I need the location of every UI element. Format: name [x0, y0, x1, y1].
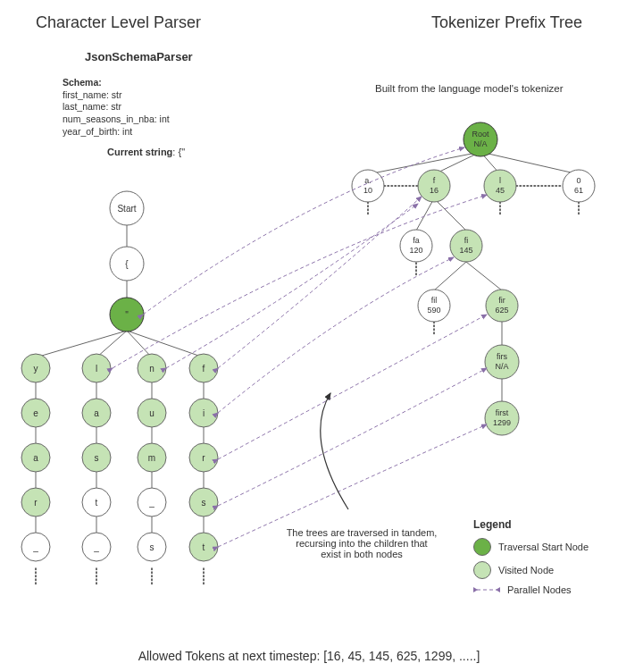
svg-text:l: l: [96, 364, 97, 374]
svg-line-76: [466, 262, 502, 290]
svg-text:45: 45: [496, 186, 505, 195]
svg-text:fa: fa: [413, 236, 420, 245]
svg-point-93: [484, 170, 516, 202]
legend-visited-icon: [473, 561, 491, 579]
node-quote: ": [125, 310, 129, 320]
svg-text:fil: fil: [431, 296, 438, 305]
legend-visited-label: Visited Node: [498, 565, 554, 575]
node-brace: {: [125, 259, 129, 269]
svg-point-55: [189, 354, 218, 382]
svg-point-111: [485, 345, 519, 379]
svg-text:16: 16: [430, 186, 438, 195]
svg-point-108: [486, 290, 518, 322]
svg-point-29: [21, 443, 50, 472]
svg-text:m: m: [148, 453, 155, 463]
svg-text:t: t: [96, 498, 98, 508]
svg-text:u: u: [149, 408, 154, 418]
right-title: Tokenizer Prefix Tree: [431, 13, 582, 32]
schema-line: year_of_birth: int: [63, 126, 618, 139]
svg-text:_: _: [93, 542, 99, 552]
legend-row-visited: Visited Node: [473, 561, 589, 579]
svg-text:a.: a.: [364, 176, 372, 185]
tok-first-l1: first: [496, 408, 509, 417]
legend-start-icon: [473, 538, 491, 556]
svg-point-51: [138, 488, 166, 517]
caption-l1: The trees are traversed in tandem,: [272, 527, 451, 538]
svg-point-99: [400, 230, 432, 262]
svg-point-23: [110, 247, 144, 281]
svg-text:e: e: [33, 408, 38, 418]
svg-text:n: n: [149, 364, 154, 374]
svg-point-39: [82, 443, 111, 472]
svg-point-90: [418, 170, 450, 202]
svg-text:0: 0: [576, 176, 580, 185]
svg-text:fi: fi: [464, 236, 469, 245]
svg-text:t: t: [203, 542, 205, 552]
svg-line-3: [96, 331, 127, 357]
svg-line-75: [434, 262, 466, 290]
tok-firs-l1: firs: [497, 352, 507, 361]
svg-point-25: [21, 354, 50, 382]
caption: The trees are traversed in tandem, recur…: [272, 527, 451, 559]
svg-point-35: [82, 354, 111, 382]
svg-line-2: [36, 331, 127, 357]
svg-text:i: i: [203, 408, 205, 418]
svg-text:l: l: [499, 176, 501, 185]
legend: Legend Traversal Start Node Visited Node…: [473, 518, 589, 601]
caption-l2: recursing into the children that: [272, 538, 451, 549]
legend-row-start: Traversal Start Node: [473, 538, 589, 556]
caption-l3: exist in both nodes: [272, 549, 451, 559]
svg-line-4: [127, 331, 152, 357]
svg-text:_: _: [148, 498, 154, 508]
tok-first-l2: 1299: [493, 418, 511, 427]
svg-text:r: r: [202, 453, 205, 463]
svg-text:r: r: [34, 498, 38, 508]
svg-point-37: [82, 399, 111, 427]
svg-text:590: 590: [427, 306, 440, 315]
svg-point-57: [189, 399, 218, 427]
svg-point-96: [563, 170, 595, 202]
svg-text:s: s: [202, 498, 206, 508]
current-string-label: Current string: [107, 147, 172, 157]
svg-point-112: [485, 401, 519, 435]
built-from: Built from the language model's tokenize…: [375, 83, 564, 94]
svg-point-53: [138, 533, 166, 561]
svg-line-73: [416, 198, 434, 231]
svg-point-22: [110, 191, 144, 225]
svg-point-45: [138, 354, 166, 382]
svg-point-33: [21, 533, 50, 561]
svg-text:120: 120: [409, 246, 422, 255]
svg-text:145: 145: [459, 246, 472, 255]
legend-parallel-label: Parallel Nodes: [507, 584, 572, 595]
legend-row-parallel: Parallel Nodes: [473, 584, 589, 595]
left-title: Character Level Parser: [36, 13, 201, 32]
current-string-value: : {": [172, 147, 185, 157]
svg-point-49: [138, 443, 166, 472]
svg-line-5: [127, 331, 204, 357]
svg-text:s: s: [95, 453, 99, 463]
svg-text:10: 10: [363, 186, 372, 195]
node-start: Start: [117, 204, 136, 214]
svg-point-43: [82, 533, 111, 561]
svg-point-41: [82, 488, 111, 517]
svg-point-87: [352, 170, 384, 202]
legend-start-label: Traversal Start Node: [498, 542, 589, 552]
svg-point-61: [189, 488, 218, 517]
svg-text:_: _: [32, 542, 38, 552]
schema-line: num_seasons_in_nba: int: [63, 113, 618, 126]
tok-firs-l2: N/A: [495, 362, 508, 371]
title-row: Character Level Parser Tokenizer Prefix …: [0, 0, 618, 37]
schema-line: last_name: str: [63, 101, 618, 113]
svg-point-105: [418, 290, 450, 322]
svg-point-102: [450, 230, 482, 262]
svg-point-27: [21, 399, 50, 427]
svg-text:f: f: [433, 176, 436, 185]
svg-point-31: [21, 488, 50, 517]
svg-point-63: [189, 533, 218, 561]
svg-text:61: 61: [574, 186, 583, 195]
svg-text:y: y: [34, 364, 38, 374]
svg-text:625: 625: [495, 306, 508, 315]
svg-point-47: [138, 399, 166, 427]
svg-text:s: s: [150, 542, 154, 552]
current-string: Current string: {": [107, 147, 618, 157]
